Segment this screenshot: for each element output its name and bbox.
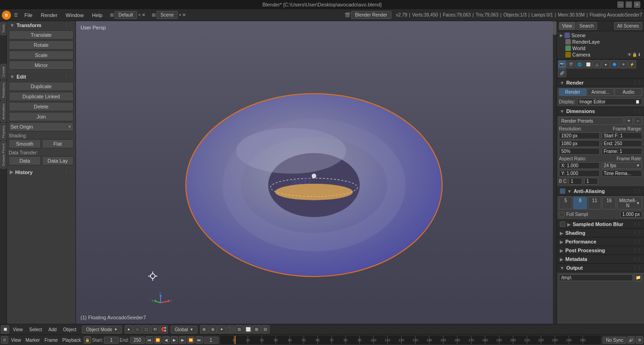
right-tab-view[interactable]: View — [559, 22, 575, 30]
aa-section-header[interactable]: ▼ Anti-Aliasing ⋮⋮ — [557, 187, 644, 196]
rotate-btn[interactable]: Rotate — [9, 40, 74, 50]
aa-5-btn[interactable]: 5 — [559, 197, 572, 209]
scene-add[interactable]: + — [178, 12, 181, 17]
global-btn[interactable]: Global ▼ — [171, 326, 198, 334]
aa-16-btn[interactable]: 16 — [602, 197, 615, 209]
data-btn[interactable]: Data — [9, 156, 41, 165]
minimize-btn[interactable]: ─ — [617, 1, 624, 8]
editor-type-btn[interactable]: 🔲 — [1, 325, 9, 334]
frame-rate-value[interactable]: 24 fps ▼ — [602, 162, 643, 169]
toolbar-icon-3[interactable]: ✦ — [218, 325, 226, 334]
scene-tree-item-camera[interactable]: Camera 👁 🔒 ⬇ — [558, 51, 643, 58]
set-origin-dropdown[interactable]: Set Origin ▼ — [9, 122, 74, 131]
tab-relations[interactable]: Relations — [0, 80, 6, 100]
output-section-header[interactable]: ▼ Output ⋮⋮ — [557, 263, 644, 272]
viewport[interactable]: User Persp — [76, 21, 557, 324]
scale-btn[interactable]: Scale — [9, 51, 74, 60]
dimensions-section-header[interactable]: ▼ Dimensions ⋮⋮ — [557, 107, 644, 116]
timeline-settings[interactable]: ⚙ — [636, 336, 643, 344]
prop-icon-world[interactable]: 🌐 — [575, 60, 584, 68]
sync-btn[interactable]: No Sync — [603, 337, 627, 344]
tab-create[interactable]: Create — [0, 64, 6, 79]
edit-header[interactable]: ▼ Edit ⋮⋮ — [7, 73, 75, 81]
frame-start-value[interactable]: Start F: 1 — [602, 132, 643, 139]
toolbar-icon-8[interactable]: ⊟ — [261, 325, 270, 334]
aa-filter-btn[interactable]: Mitchell-N ▼ — [617, 197, 642, 209]
res-x-value[interactable]: 1920 px — [559, 132, 600, 139]
toolbar-icon-1[interactable]: ⊕ — [200, 325, 208, 334]
time-rema-value[interactable]: Time Rema... — [602, 170, 643, 177]
workspace-add[interactable]: + — [138, 12, 141, 17]
right-tab-all-scenes[interactable]: All Scenes — [614, 22, 642, 30]
history-header[interactable]: ▶ History ⋮⋮ — [10, 169, 73, 175]
tab-animation[interactable]: Animation — [0, 101, 6, 122]
workspace-name[interactable]: Default — [115, 11, 138, 19]
object-mode-btn[interactable]: Object Mode ▼ — [82, 326, 122, 334]
tab-physics[interactable]: Physics — [0, 123, 6, 141]
translate-btn[interactable]: Translate — [9, 30, 74, 40]
toolbar-icon-4[interactable]: ⬛ — [226, 325, 235, 334]
presets-remove[interactable]: − — [634, 117, 642, 125]
flat-btn[interactable]: Flat — [42, 139, 74, 148]
timeline-editor-btn[interactable]: ⏱ — [1, 336, 8, 344]
object-menu[interactable]: Object — [60, 326, 79, 333]
toolbar-icon-5[interactable]: ⧉ — [235, 325, 243, 334]
play-prev-keyframe[interactable]: ⏪ — [154, 336, 161, 344]
scene-close[interactable]: ✕ — [182, 12, 186, 17]
aspect-x-value[interactable]: X: 1.000 — [559, 162, 600, 169]
frame-end-value[interactable]: End: 250 — [602, 140, 643, 147]
prop-icon-mesh[interactable]: △ — [593, 60, 601, 68]
smooth-btn[interactable]: Smooth — [9, 139, 41, 148]
output-path[interactable]: /tmp\ — [559, 274, 633, 281]
res-y-value[interactable]: 1080 px — [559, 140, 600, 147]
timeline-playback-menu[interactable]: Playback — [61, 337, 83, 343]
smb-checkbox[interactable] — [560, 221, 565, 227]
render-presets-btn[interactable]: Render Presets — [559, 117, 624, 125]
workspace-close[interactable]: ✕ — [142, 12, 145, 17]
aspect-y-value[interactable]: Y: 1.000 — [559, 170, 600, 177]
shading-section[interactable]: ▶ Shading ⋮⋮ — [557, 228, 644, 237]
prop-icon-material[interactable]: ● — [602, 60, 610, 68]
play-btn[interactable]: ▶ — [171, 336, 178, 344]
data-lay-btn[interactable]: Data Lay — [42, 156, 74, 165]
add-menu[interactable]: Add — [46, 326, 59, 333]
close-btn[interactable]: ✕ — [634, 1, 640, 8]
timeline-marker-menu[interactable]: Marker — [24, 337, 42, 343]
duplicate-btn[interactable]: Duplicate — [9, 82, 74, 91]
frame-current-value[interactable]: Frame: 1 — [602, 148, 643, 155]
transform-header[interactable]: ▼ Transform ⋮⋮ — [7, 21, 75, 29]
play-jump-start[interactable]: ⏮ — [146, 336, 153, 344]
val1[interactable]: 1 — [569, 178, 582, 185]
scene-tree-item-render[interactable]: RenderLaye — [558, 39, 643, 45]
current-frame[interactable]: 1 — [204, 337, 218, 344]
metadata-section[interactable]: ▶ Metadata ⋮⋮ — [557, 255, 644, 263]
scene-tree-item-world[interactable]: World — [558, 45, 643, 51]
performance-section[interactable]: ▶ Performance ⋮⋮ — [557, 237, 644, 246]
play-next-keyframe[interactable]: ⏩ — [187, 336, 195, 344]
prop-icon-constraint[interactable]: 🔗 — [558, 69, 566, 77]
viewport-icon-dot[interactable]: ● — [125, 325, 133, 334]
play-prev-frame[interactable]: ◀ — [162, 336, 170, 344]
output-folder-btn[interactable]: 📁 — [634, 273, 642, 282]
viewport-scrollbar-v[interactable] — [553, 21, 557, 324]
play-next-frame[interactable]: ▶ — [179, 336, 186, 344]
right-tab-search[interactable]: Search — [576, 22, 598, 30]
aa-8-btn[interactable]: 8 — [573, 197, 586, 209]
prop-icon-texture[interactable]: 🔷 — [610, 60, 619, 68]
join-btn[interactable]: Join — [9, 112, 74, 121]
render-engine-btn[interactable]: Blender Render — [351, 11, 391, 19]
timeline-frame-menu[interactable]: Frame — [43, 337, 60, 343]
start-value[interactable]: 1 — [104, 337, 119, 344]
tab-grease-pencil[interactable]: Grease Pencil — [0, 141, 6, 169]
full-sample-value[interactable]: 1.000 px — [620, 211, 642, 218]
prop-icon-scene[interactable]: 🎬 — [567, 60, 575, 68]
toolbar-icon-2[interactable]: ⊗ — [209, 325, 217, 334]
view-menu[interactable]: View — [10, 326, 26, 333]
render-tab-anim[interactable]: Animat... — [587, 88, 615, 96]
timeline-lock[interactable]: 🔒 — [84, 336, 91, 344]
maximize-btn[interactable]: □ — [626, 1, 632, 8]
prop-icon-render[interactable]: 📷 — [558, 60, 566, 68]
viewport-icon-select[interactable]: ⟲ — [151, 325, 159, 334]
prop-icon-physics[interactable]: ⚡ — [628, 60, 636, 68]
tab-tools[interactable]: Tools — [0, 22, 6, 35]
